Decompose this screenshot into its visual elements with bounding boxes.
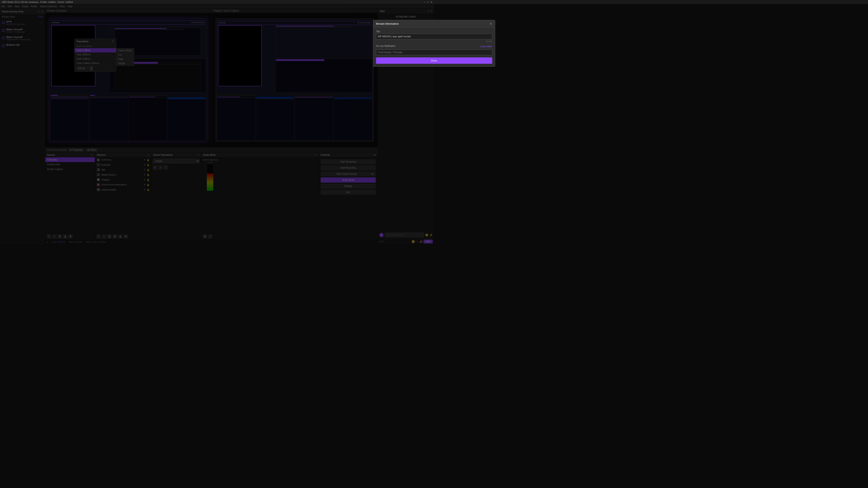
modal-body: Title 31/140 Go Live Notification Learn … xyxy=(373,28,434,66)
window-title: OBS Studio 29.0.2 (64-bit, windows) - Pr… xyxy=(2,1,73,3)
go-live-input[interactable] xyxy=(376,50,434,55)
modal-header: Stream Information ✕ xyxy=(373,20,434,28)
close-btn[interactable]: ✕ xyxy=(431,1,432,3)
modal-title: Stream Information xyxy=(376,22,399,25)
title-field-label: Title xyxy=(376,30,434,33)
go-live-label: Go Live Notification xyxy=(376,45,396,47)
maximize-btn[interactable]: □ xyxy=(427,1,429,3)
notification-row: Go Live Notification Learn More xyxy=(376,45,434,48)
modal-overlay[interactable]: Stream Information ✕ Title 31/140 Go Liv… xyxy=(0,4,434,244)
minimize-btn[interactable]: ─ xyxy=(424,1,426,3)
stream-info-modal: Stream Information ✕ Title 31/140 Go Liv… xyxy=(373,20,434,67)
done-btn[interactable]: Done xyxy=(376,57,434,64)
stream-title-input[interactable] xyxy=(376,34,434,39)
title-bar: OBS Studio 29.0.2 (64-bit, windows) - Pr… xyxy=(0,0,434,4)
char-count: 31/140 xyxy=(376,40,434,42)
